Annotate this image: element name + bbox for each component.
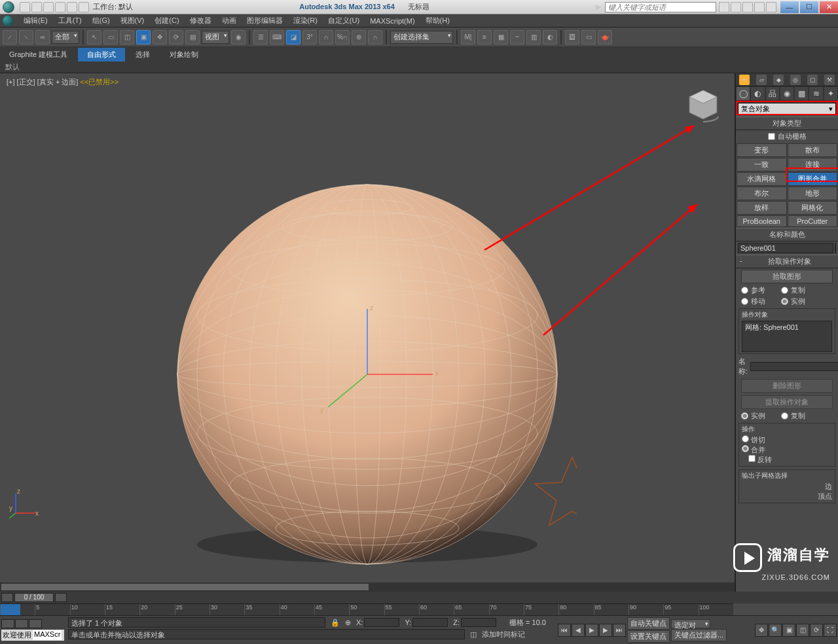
move-icon[interactable]: ✥: [153, 30, 167, 45]
isolate-icon[interactable]: ◫: [470, 630, 477, 639]
tab-utilities-icon[interactable]: ≋: [809, 86, 823, 101]
window-maximize-button[interactable]: ☐: [800, 1, 818, 13]
viewport-scrollbar[interactable]: [0, 582, 735, 592]
rendered-frame-icon[interactable]: ▭: [581, 30, 596, 45]
operands-list[interactable]: 网格: Sphere001: [742, 321, 832, 352]
percent-snap-icon[interactable]: ∩: [319, 30, 333, 45]
favorites-icon[interactable]: [754, 2, 765, 12]
qat-new-icon[interactable]: [20, 2, 30, 12]
play-icon[interactable]: ▶: [585, 624, 598, 637]
workspace-label[interactable]: 工作台: 默认: [93, 2, 133, 12]
rollout-name-color[interactable]: 名称和颜色: [736, 228, 838, 241]
btn-proboolean[interactable]: ProBoolean: [737, 215, 787, 227]
btn-blobmesh[interactable]: 水滴网格: [737, 172, 787, 186]
align-icon[interactable]: ≡: [477, 30, 492, 45]
btn-boolean[interactable]: 布尔: [737, 187, 787, 200]
menu-rendering[interactable]: 渲染(R): [288, 14, 323, 27]
portal-icon[interactable]: ▱: [756, 75, 767, 85]
radio-reference[interactable]: [741, 287, 748, 294]
menu-group[interactable]: 组(G): [87, 14, 115, 27]
lights-icon[interactable]: ◆: [773, 75, 784, 85]
coord-x-input[interactable]: [364, 618, 399, 627]
radio-instance2[interactable]: [741, 412, 748, 420]
window-crossing-icon[interactable]: ▣: [136, 30, 151, 45]
lock-icon[interactable]: 🔒: [331, 618, 340, 627]
pivot-icon[interactable]: ◉: [231, 30, 246, 45]
link-icon[interactable]: ⟋: [3, 30, 17, 45]
setkey-button[interactable]: 设置关键点: [627, 630, 670, 643]
material-editor-icon[interactable]: ◐: [543, 30, 557, 45]
exchange-icon[interactable]: [742, 2, 753, 12]
rotate-icon[interactable]: ⟳: [169, 30, 183, 45]
qat-undo-icon[interactable]: [55, 2, 65, 12]
infocenter-arrow-icon[interactable]: ▶: [596, 3, 601, 11]
btn-conform[interactable]: 一致: [737, 158, 787, 171]
ref-coord-combo[interactable]: 视图: [202, 31, 229, 44]
time-slider[interactable]: 0 / 100: [0, 592, 838, 603]
app-icon[interactable]: [3, 1, 14, 13]
btn-loft[interactable]: 放样: [737, 201, 787, 215]
next-frame-icon[interactable]: ▶: [599, 624, 612, 637]
sun-icon[interactable]: ☀: [739, 75, 750, 85]
prev-frame-icon[interactable]: ◀: [572, 624, 585, 637]
search-icon[interactable]: [719, 2, 729, 12]
render-setup-icon[interactable]: 🖼: [565, 30, 579, 45]
delete-shape-button[interactable]: 删除图形: [741, 379, 833, 393]
object-name-input[interactable]: [738, 243, 833, 253]
btn-mesher[interactable]: 网格化: [788, 201, 838, 215]
nav-zoomext-icon[interactable]: ▣: [782, 624, 795, 637]
btn-connect[interactable]: 连接: [788, 158, 838, 171]
search-input[interactable]: [605, 2, 716, 12]
subscription-icon[interactable]: [731, 2, 741, 12]
angle-snap-icon[interactable]: 3°: [302, 30, 317, 45]
mirror-icon[interactable]: M|: [461, 30, 475, 45]
mini-script-icon[interactable]: [1, 619, 14, 628]
radio-copy2[interactable]: [781, 412, 788, 420]
category-dropdown[interactable]: 复合对象: [738, 103, 836, 115]
goto-end-icon[interactable]: ⏭: [613, 624, 626, 637]
nav-orbit-icon[interactable]: ⟳: [810, 624, 823, 637]
window-close-button[interactable]: ✕: [820, 1, 838, 13]
rollout-object-type[interactable]: 对象类型: [736, 116, 838, 130]
mini-macro-icon[interactable]: [29, 619, 42, 628]
sphere-object[interactable]: z x y: [158, 99, 577, 571]
coord-mode-icon[interactable]: ⊕: [345, 618, 351, 627]
maxscript-label[interactable]: MAXScr: [33, 630, 62, 640]
invert-checkbox[interactable]: [748, 455, 756, 462]
tab-motion-icon[interactable]: ◉: [780, 86, 794, 101]
help-icon[interactable]: [766, 2, 776, 12]
axis-snap-icon[interactable]: ⊕: [352, 30, 366, 45]
menu-tools[interactable]: 工具(T): [53, 14, 87, 27]
menu-create[interactable]: 创建(C): [149, 14, 184, 27]
selection-filter-combo[interactable]: 全部: [52, 31, 79, 44]
unlink-icon[interactable]: ⟍: [19, 30, 33, 45]
menu-customize[interactable]: 自定义(U): [323, 14, 365, 27]
qat-open-icon[interactable]: [31, 2, 42, 12]
btn-terrain[interactable]: 地形: [788, 187, 838, 200]
layers-icon[interactable]: ▦: [494, 30, 508, 45]
spinner-snap-icon[interactable]: %∩: [335, 30, 350, 45]
btn-shapemerge[interactable]: 图形合并: [788, 172, 838, 186]
key-filters-button[interactable]: 关键点过滤器...: [671, 629, 727, 641]
snap-toggle-icon[interactable]: ◪: [286, 30, 301, 45]
btn-procutter[interactable]: ProCutter: [788, 215, 838, 227]
nav-zoom-icon[interactable]: 🔍: [769, 624, 782, 637]
qat-redo-icon[interactable]: [67, 2, 77, 12]
next-key-icon[interactable]: [55, 593, 67, 602]
select-region-icon[interactable]: ◫: [120, 30, 134, 45]
tab-paint[interactable]: 对象绘制: [160, 48, 208, 62]
object-color-swatch[interactable]: [835, 243, 836, 253]
tab-extra-icon[interactable]: ✦: [824, 86, 838, 101]
render-icon2[interactable]: ◎: [790, 75, 801, 85]
tab-create-icon[interactable]: ◯: [736, 86, 750, 101]
tab-selection[interactable]: 选择: [126, 48, 159, 62]
curve-editor-icon[interactable]: ~: [510, 30, 524, 45]
menu-grapheditors[interactable]: 图形编辑器: [242, 14, 288, 27]
nav-maximize-icon[interactable]: ⛶: [824, 624, 837, 637]
menu-help[interactable]: 帮助(H): [420, 14, 455, 27]
viewport[interactable]: [+] [正交] [真实 + 边面] <<已禁用>>: [0, 73, 735, 592]
select-icon[interactable]: ↖: [87, 30, 101, 45]
mini-listener-icon[interactable]: [15, 619, 28, 628]
nav-pan-icon[interactable]: ✥: [755, 624, 768, 637]
tab-display-icon[interactable]: ▦: [794, 86, 809, 101]
